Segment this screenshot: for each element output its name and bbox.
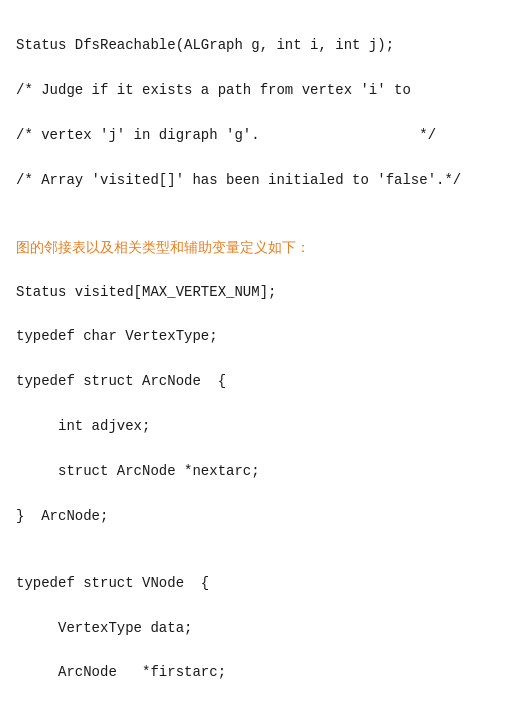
code-line: Status DfsReachable(ALGraph g, int i, in… (16, 34, 507, 56)
code-line: int adjvex; (16, 415, 507, 437)
code-line: Status visited[MAX_VERTEX_NUM]; (16, 281, 507, 303)
code-block: Status DfsReachable(ALGraph g, int i, in… (16, 12, 507, 704)
empty-line (16, 549, 507, 571)
code-line: VertexType data; (16, 617, 507, 639)
code-line: typedef char VertexType; (16, 325, 507, 347)
empty-line (16, 214, 507, 236)
code-line: typedef struct ArcNode { (16, 370, 507, 392)
code-line: typedef struct VNode { (16, 572, 507, 594)
code-line-comment: /* Judge if it exists a path from vertex… (16, 79, 507, 101)
code-line: struct ArcNode *nextarc; (16, 460, 507, 482)
code-line: ArcNode *firstarc; (16, 661, 507, 683)
code-line-comment: /* Array 'visited[]' has been initialed … (16, 169, 507, 191)
code-line: } ArcNode; (16, 505, 507, 527)
code-line-chinese: 图的邻接表以及相关类型和辅助变量定义如下： (16, 236, 507, 258)
code-line-comment: /* vertex 'j' in digraph 'g'. */ (16, 124, 507, 146)
